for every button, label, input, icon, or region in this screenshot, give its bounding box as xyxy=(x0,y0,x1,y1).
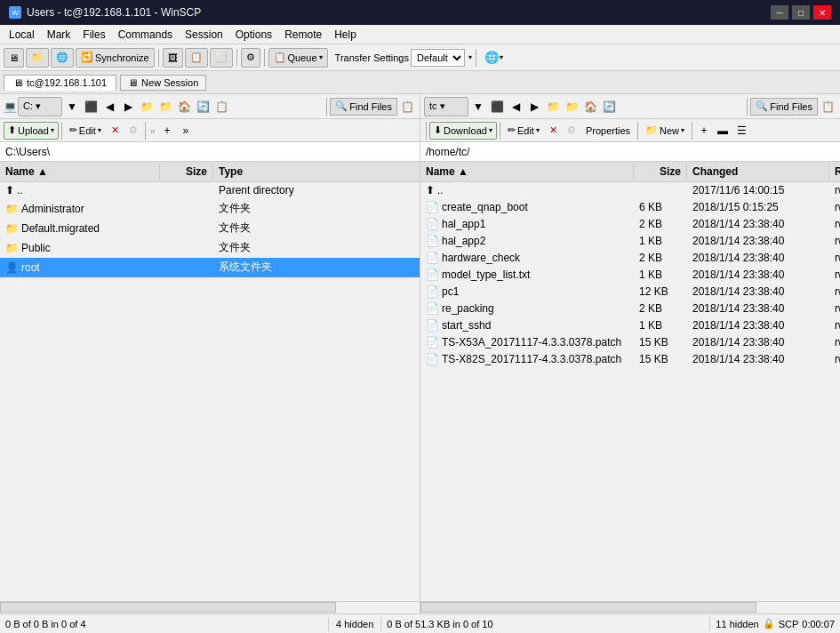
right-new-button[interactable]: 📁 New ▾ xyxy=(641,122,689,140)
right-action-extra1[interactable]: + xyxy=(695,122,713,140)
right-file-row[interactable]: 📄 create_qnap_boot 6 KB 2018/1/15 0:15:2… xyxy=(420,199,840,216)
globe-button[interactable]: 🌐 ▾ xyxy=(480,48,508,67)
left-delete-button[interactable]: ✕ xyxy=(107,122,124,140)
queue-button[interactable]: 📋 Queue ▾ xyxy=(268,48,328,68)
left-filter-btn[interactable]: ▼ xyxy=(63,98,81,116)
close-button[interactable]: ✕ xyxy=(813,5,831,20)
right-action-extra3[interactable]: ☰ xyxy=(732,122,750,140)
transfer-settings-select[interactable]: Default xyxy=(411,49,465,67)
right-file-row[interactable]: 📄 TS-X53A_20171117-4.3.3.0378.patch 15 K… xyxy=(420,334,840,351)
right-cell-name: 📄 create_qnap_boot xyxy=(420,200,634,214)
right-col-name[interactable]: Name ▲ xyxy=(420,164,634,180)
right-filter2-btn[interactable]: ⬛ xyxy=(488,98,506,116)
left-scrollbar-thumb[interactable] xyxy=(0,602,336,613)
menu-help[interactable]: Help xyxy=(329,27,362,43)
left-clipboard-btn[interactable]: 📋 xyxy=(212,98,230,116)
left-file-row[interactable]: 📁 Default.migrated 文件夹 xyxy=(0,219,420,238)
right-delete-button[interactable]: ✕ xyxy=(545,122,562,140)
new-session-button[interactable]: 🖥 New Session xyxy=(120,75,206,91)
right-file-row[interactable]: 📄 hal_app2 1 KB 2018/1/14 23:38:40 rwxr-… xyxy=(420,233,840,250)
right-file-row[interactable]: ⬆ .. 2017/11/6 14:00:15 rwxr-xr-x xyxy=(420,182,840,199)
left-col-type[interactable]: Type xyxy=(213,164,420,180)
left-props-button[interactable]: ⚙ xyxy=(124,122,142,140)
right-h-scrollbar[interactable] xyxy=(420,602,840,613)
right-cell-changed: 2018/1/14 23:38:40 xyxy=(687,301,829,316)
left-edit-button[interactable]: ✏ Edit ▾ xyxy=(65,122,106,140)
left-file-row[interactable]: 📁 Administrator 文件夹 xyxy=(0,199,420,219)
remote-path-selector[interactable]: tc ▾ xyxy=(424,97,468,116)
right-cell-size: 2 KB xyxy=(634,217,687,231)
left-folder1-btn[interactable]: 📁 xyxy=(138,98,156,116)
left-col-name[interactable]: Name ▲ xyxy=(0,164,160,180)
left-extra-btn[interactable]: 📋 xyxy=(398,98,416,116)
menu-mark[interactable]: Mark xyxy=(42,27,76,43)
download-button[interactable]: ⬇ Download ▾ xyxy=(429,122,497,140)
right-col-rights[interactable]: Rights xyxy=(829,164,840,180)
toolbar-icon-4[interactable]: 🖼 xyxy=(163,48,183,68)
minimize-button[interactable]: ─ xyxy=(771,5,788,20)
right-extra-btn[interactable]: 📋 xyxy=(819,98,836,116)
right-file-row[interactable]: 📄 model_type_list.txt 1 KB 2018/1/14 23:… xyxy=(420,267,840,284)
menu-options[interactable]: Options xyxy=(230,27,277,43)
right-filter-btn[interactable]: ▼ xyxy=(469,98,487,116)
left-back-btn[interactable]: ◀ xyxy=(100,98,118,116)
right-file-row[interactable]: 📄 TS-X82S_20171117-4.3.3.0378.patch 15 K… xyxy=(420,351,840,368)
right-scrollbar-thumb[interactable] xyxy=(420,602,756,613)
toolbar-icon-2[interactable]: 📁 xyxy=(26,48,49,68)
right-folder2-btn[interactable]: 📁 xyxy=(563,98,580,116)
upload-button[interactable]: ⬆ Upload ▾ xyxy=(4,122,59,140)
left-folder2-btn[interactable]: 📁 xyxy=(156,98,174,116)
right-edit-button[interactable]: ✏ Edit ▾ xyxy=(503,122,544,140)
maximize-button[interactable]: □ xyxy=(792,5,810,20)
right-file-row[interactable]: 📄 start_sshd 1 KB 2018/1/14 23:38:40 rwx… xyxy=(420,317,840,334)
left-refresh-btn[interactable]: 🔄 xyxy=(194,98,212,116)
left-more-indicator: » xyxy=(148,125,157,136)
left-filter2-btn[interactable]: ⬛ xyxy=(82,98,100,116)
menu-remote[interactable]: Remote xyxy=(279,27,327,43)
right-action-extra2[interactable]: ▬ xyxy=(714,122,732,140)
right-props-icon: ⚙ xyxy=(567,124,576,136)
right-file-row[interactable]: 📄 hal_app1 2 KB 2018/1/14 23:38:40 rwxr-… xyxy=(420,216,840,233)
left-action-extra2[interactable]: » xyxy=(177,122,195,140)
left-file-row[interactable]: 👤 root 系统文件夹 xyxy=(0,258,420,277)
right-refresh-btn[interactable]: 🔄 xyxy=(600,98,618,116)
right-find-files-btn[interactable]: 🔍 Find Files xyxy=(750,98,818,116)
left-file-row[interactable]: ⬆ .. Parent directory xyxy=(0,182,420,199)
active-session-tab[interactable]: 🖥 tc@192.168.1.101 xyxy=(4,75,116,91)
left-action-extra1[interactable]: + xyxy=(158,122,176,140)
menu-session[interactable]: Session xyxy=(180,27,228,43)
file-name: .. xyxy=(437,184,444,196)
left-col-size[interactable]: Size xyxy=(160,164,213,180)
hidden-status: 4 hidden xyxy=(329,617,381,631)
right-back-btn[interactable]: ◀ xyxy=(507,98,524,116)
right-folder1-btn[interactable]: 📁 xyxy=(544,98,562,116)
right-forward-btn[interactable]: ▶ xyxy=(525,98,543,116)
toolbar-icon-3[interactable]: 🌐 xyxy=(51,48,74,68)
right-file-row[interactable]: 📄 hardware_check 2 KB 2018/1/14 23:38:40… xyxy=(420,250,840,267)
left-cell-type: 文件夹 xyxy=(213,239,420,256)
left-h-scrollbar[interactable] xyxy=(0,602,420,613)
left-file-row[interactable]: 📁 Public 文件夹 xyxy=(0,238,420,258)
toolbar-icon-1[interactable]: 🖥 xyxy=(4,48,24,68)
menu-files[interactable]: Files xyxy=(77,27,110,43)
right-props-icon-btn[interactable]: ⚙ xyxy=(563,122,580,140)
left-home-btn[interactable]: 🏠 xyxy=(175,98,193,116)
toolbar-icon-5[interactable]: 📋 xyxy=(185,48,208,68)
right-col-size[interactable]: Size xyxy=(634,164,687,180)
toolbar-icon-6[interactable]: ⬜ xyxy=(210,48,233,68)
left-find-files-btn[interactable]: 🔍 Find Files xyxy=(330,98,397,116)
menu-local[interactable]: Local xyxy=(4,27,40,43)
right-file-row[interactable]: 📄 pc1 12 KB 2018/1/14 23:38:40 rwxr-xr-x xyxy=(420,284,840,300)
drive-selector[interactable]: C: ▾ xyxy=(18,97,62,116)
menu-commands[interactable]: Commands xyxy=(113,27,178,43)
right-col-changed[interactable]: Changed xyxy=(687,164,829,180)
file-name: pc1 xyxy=(442,285,459,298)
settings-button[interactable]: ⚙ xyxy=(241,48,260,68)
left-status: 0 B of 0 B in 0 of 4 xyxy=(0,617,329,631)
right-file-row[interactable]: 📄 re_packing 2 KB 2018/1/14 23:38:40 rwx… xyxy=(420,300,840,317)
left-forward-btn[interactable]: ▶ xyxy=(119,98,137,116)
right-properties-button[interactable]: Properties xyxy=(581,122,635,140)
synchronize-button[interactable]: 🔁 Synchronize xyxy=(76,48,155,68)
left-props-icon: ⚙ xyxy=(129,124,138,136)
right-home-btn[interactable]: 🏠 xyxy=(581,98,599,116)
